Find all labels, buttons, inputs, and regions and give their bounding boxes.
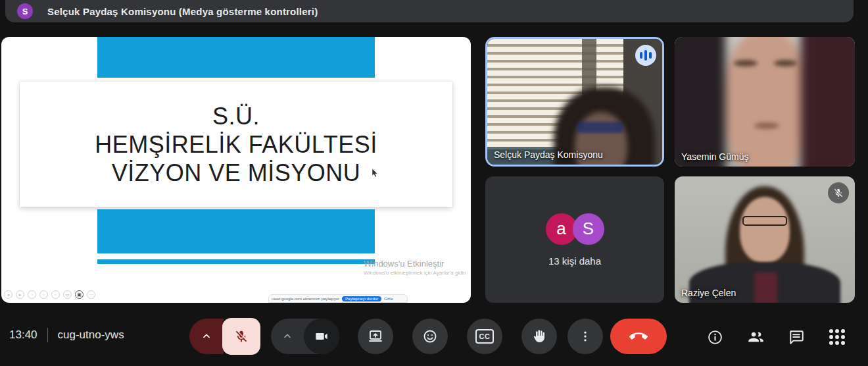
meeting-title-bar: S Selçuk Paydaş Komisyonu (Medya gösterm… bbox=[5, 0, 854, 22]
camera-toolbar-icon[interactable]: ▣ bbox=[75, 290, 84, 299]
apps-grid-button[interactable] bbox=[827, 327, 847, 347]
meeting-info-button[interactable] bbox=[705, 327, 725, 347]
video-tile-yasemin-gumus[interactable]: Yasemin Gümüş bbox=[675, 37, 855, 167]
end-call-button[interactable] bbox=[610, 319, 667, 354]
overflow-participants-tile[interactable]: a S 13 kişi daha bbox=[485, 176, 664, 303]
meeting-title: Selçuk Paydaş Komisyonu (Medya gösterme … bbox=[47, 6, 318, 17]
subtitles-icon[interactable]: ▭ bbox=[63, 290, 72, 299]
chat-button[interactable] bbox=[786, 327, 806, 347]
muted-mic-icon bbox=[828, 182, 849, 203]
mic-control-group bbox=[189, 319, 260, 354]
video-tile-raziye-celen[interactable]: Raziye Çelen bbox=[675, 176, 855, 303]
apps-grid-icon bbox=[829, 329, 845, 345]
slide-accent-bar-top bbox=[97, 37, 375, 78]
participant-name: Yasemin Gümüş bbox=[681, 151, 748, 162]
video-feed bbox=[675, 37, 855, 167]
slide-title-line2: HEMŞİRELİK FAKÜLTESİ bbox=[95, 130, 377, 159]
call-controls-bar: 13:40 cug-utno-yws bbox=[0, 303, 868, 366]
hide-banner-button[interactable]: Gizle bbox=[384, 297, 393, 301]
windows-activation-watermark: Windows'u Etkinleştir Windows'u etkinleş… bbox=[364, 259, 466, 276]
highlighter-icon[interactable]: ◦ bbox=[39, 290, 48, 299]
previous-slide-icon[interactable]: ◂ bbox=[4, 290, 12, 299]
raise-hand-button[interactable] bbox=[521, 319, 557, 354]
clock: 13:40 bbox=[9, 328, 37, 342]
meet-window: S Selçuk Paydaş Komisyonu (Medya gösterm… bbox=[0, 0, 868, 366]
camera-options-chevron-icon[interactable] bbox=[271, 319, 304, 354]
video-tile-selcuk-paydas-komisyonu[interactable]: Selçuk Paydaş Komisyonu bbox=[485, 37, 664, 167]
avatar-s: S bbox=[573, 213, 604, 245]
watermark-line1: Windows'u Etkinleştir bbox=[364, 259, 466, 269]
presenter-avatar: S bbox=[17, 3, 33, 19]
magnifier-icon[interactable]: ◦ bbox=[51, 290, 60, 299]
stop-sharing-button[interactable]: Paylaşmayı durdur bbox=[342, 296, 381, 301]
cc-icon: CC bbox=[475, 329, 494, 344]
slide-title-line3: VİZYON VE MİSYONU bbox=[112, 159, 361, 187]
participant-name: Raziye Çelen bbox=[681, 288, 736, 298]
next-slide-icon[interactable]: ▸ bbox=[16, 290, 24, 299]
mic-options-chevron-icon[interactable] bbox=[189, 319, 224, 354]
more-options-button[interactable] bbox=[567, 319, 603, 354]
slide-accent-bar-bottom bbox=[97, 259, 375, 264]
participants-button[interactable] bbox=[746, 327, 765, 347]
reactions-button[interactable] bbox=[412, 319, 448, 354]
captions-button[interactable]: CC bbox=[467, 319, 502, 354]
shared-screen-tile[interactable]: S.Ü. HEMŞİRELİK FAKÜLTESİ VİZYON VE MİSY… bbox=[1, 37, 471, 303]
more-participants-label: 13 kişi daha bbox=[548, 255, 601, 267]
mic-muted-button[interactable] bbox=[222, 318, 260, 355]
slide-title-line1: S.Ü. bbox=[212, 102, 260, 130]
present-screen-button[interactable] bbox=[358, 319, 393, 354]
camera-button[interactable] bbox=[304, 319, 339, 354]
watermark-line2: Windows'u etkinleştirmek için Ayarlar'a … bbox=[364, 270, 466, 276]
meeting-info-left: 13:40 cug-utno-yws bbox=[9, 328, 124, 342]
slideshow-toolbar: ◂ ▸ ◦ ◦ ◦ ▭ ▣ ⋯ bbox=[4, 290, 95, 299]
speaking-indicator-icon bbox=[635, 45, 656, 66]
share-banner-message: meet.google.com ekranınızı paylaşıyor bbox=[272, 297, 339, 301]
mouse-cursor-icon bbox=[372, 169, 379, 178]
participant-name: Selçuk Paydaş Komisyonu bbox=[494, 149, 603, 160]
pen-icon[interactable]: ◦ bbox=[28, 290, 36, 299]
slide-title-card: S.Ü. HEMŞİRELİK FAKÜLTESİ VİZYON VE MİSY… bbox=[20, 82, 452, 207]
slide-accent-block bbox=[97, 209, 375, 253]
overflow-avatars: a S bbox=[546, 213, 604, 245]
divider bbox=[47, 328, 48, 342]
meeting-code: cug-utno-yws bbox=[58, 328, 124, 342]
camera-control-group bbox=[271, 319, 339, 354]
screen-share-banner: meet.google.com ekranınızı paylaşıyor Pa… bbox=[268, 294, 408, 303]
toolbar-more-icon[interactable]: ⋯ bbox=[87, 290, 95, 299]
